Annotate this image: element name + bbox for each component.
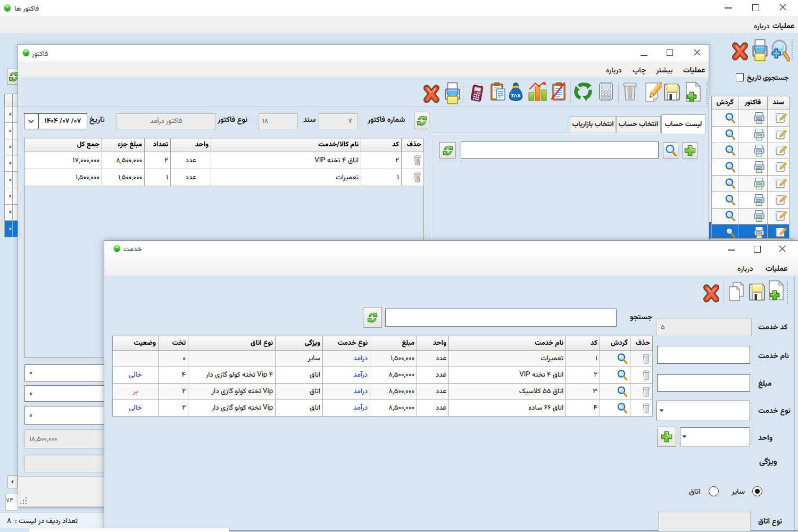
- svg-text:TAX: TAX: [511, 93, 521, 98]
